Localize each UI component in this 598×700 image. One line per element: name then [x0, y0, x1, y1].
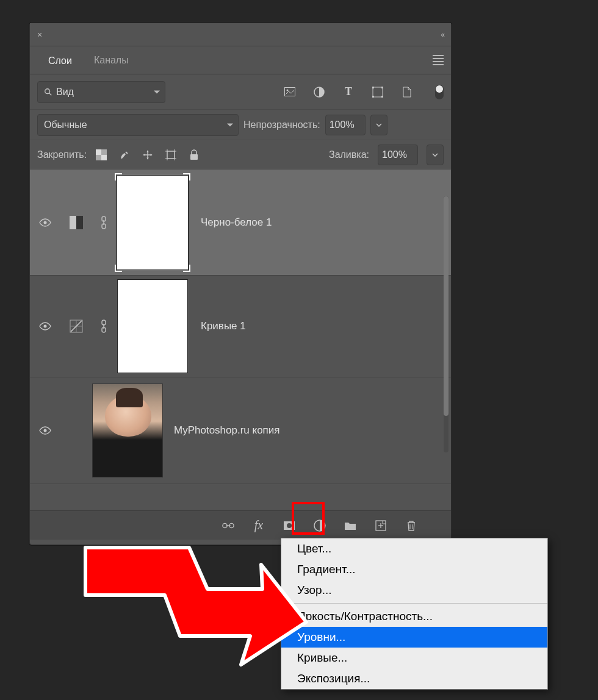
svg-point-23 [44, 325, 47, 328]
visibility-icon[interactable] [30, 322, 60, 330]
svg-line-1 [49, 93, 52, 95]
close-icon[interactable]: × [37, 30, 42, 40]
menu-item-levels[interactable]: Уровни... [281, 627, 547, 648]
mask-link-icon[interactable] [92, 320, 115, 333]
layer-row[interactable]: MyPhotoshop.ru копия [30, 377, 451, 484]
delete-layer-icon[interactable] [405, 520, 417, 532]
new-group-icon[interactable] [344, 520, 356, 532]
svg-rect-2 [285, 88, 295, 96]
svg-rect-8 [372, 96, 374, 98]
svg-rect-7 [381, 87, 383, 88]
filter-kind-select[interactable]: Вид [37, 81, 165, 103]
layer-mask-thumb[interactable] [115, 279, 190, 373]
layers-list: Черно-белое 1 Кривые 1 MyPhotoshop.ru ко… [30, 170, 451, 496]
add-mask-icon[interactable] [283, 520, 295, 532]
svg-point-35 [287, 523, 292, 528]
blend-row: Обычные Непрозрачность: 100% [30, 110, 451, 140]
menu-item-pattern[interactable]: Узор... [281, 580, 547, 601]
svg-rect-13 [167, 151, 175, 159]
menu-item-brightness[interactable]: Яркость/Контрастность... [281, 606, 547, 627]
svg-marker-42 [85, 548, 306, 665]
opacity-caret[interactable] [370, 115, 387, 135]
svg-rect-5 [373, 87, 383, 97]
svg-rect-6 [372, 87, 374, 88]
fill-caret[interactable] [427, 145, 444, 165]
layers-scrollbar[interactable] [444, 196, 448, 452]
opacity-input[interactable]: 100% [325, 115, 366, 135]
lock-artboard-icon[interactable] [165, 149, 177, 161]
svg-rect-9 [381, 96, 383, 98]
svg-point-30 [44, 429, 47, 432]
svg-point-3 [287, 90, 289, 91]
panel-titlebar: × ‹‹ [30, 23, 451, 46]
filter-toggle[interactable] [435, 85, 444, 99]
svg-rect-11 [96, 149, 101, 155]
new-layer-icon[interactable] [375, 520, 387, 532]
lock-label: Закрепить: [37, 149, 87, 160]
tab-layers[interactable]: Слои [37, 48, 83, 74]
layer-filter-row: Вид T [30, 74, 451, 110]
layers-panel: × ‹‹ Слои Каналы Вид T [29, 23, 452, 545]
annotation-arrow [79, 535, 311, 670]
layer-effects-icon[interactable]: fx [253, 520, 265, 532]
menu-divider [281, 603, 547, 604]
lock-position-icon[interactable] [142, 149, 154, 161]
lock-transparency-icon[interactable] [95, 149, 107, 161]
lock-all-icon[interactable] [188, 149, 200, 161]
visibility-icon[interactable] [30, 426, 60, 435]
adjustment-curves-icon [60, 320, 92, 333]
lock-paint-icon[interactable] [118, 149, 131, 161]
layer-name[interactable]: Черно-белое 1 [190, 216, 272, 229]
collapse-icon[interactable]: ‹‹ [441, 30, 444, 39]
blend-mode-select[interactable]: Обычные [37, 114, 239, 136]
adjustment-bw-icon [60, 216, 92, 229]
layer-mask-thumb[interactable] [115, 176, 190, 270]
svg-rect-12 [101, 155, 107, 160]
menu-item-color[interactable]: Цвет... [281, 538, 547, 559]
link-layers-icon[interactable] [222, 520, 234, 532]
opacity-label: Непрозрачность: [243, 120, 320, 130]
layer-name[interactable]: Кривые 1 [190, 320, 246, 332]
visibility-icon[interactable] [30, 218, 60, 227]
menu-item-gradient[interactable]: Градиент... [281, 559, 547, 580]
fill-input[interactable]: 100% [378, 145, 418, 165]
layer-row[interactable]: Черно-белое 1 [30, 170, 451, 276]
layer-thumbnail[interactable] [92, 384, 163, 477]
svg-point-19 [44, 221, 47, 224]
layer-row[interactable]: Кривые 1 [30, 276, 451, 377]
menu-item-curves[interactable]: Кривые... [281, 648, 547, 668]
svg-rect-18 [190, 154, 198, 160]
adjustment-layer-menu: Цвет... Градиент... Узор... Яркость/Конт… [281, 538, 548, 690]
panel-tabs: Слои Каналы [30, 46, 451, 74]
lock-row: Закрепить: Заливка: 100% [30, 140, 451, 170]
filter-smartobject-icon[interactable] [401, 86, 413, 98]
mask-link-icon[interactable] [92, 216, 115, 229]
fill-label: Заливка: [329, 149, 369, 160]
tab-channels[interactable]: Каналы [83, 48, 140, 73]
new-adjustment-layer-icon[interactable] [314, 520, 326, 532]
layer-name[interactable]: MyPhotoshop.ru копия [163, 424, 280, 437]
filter-pixel-icon[interactable] [284, 86, 296, 98]
filter-adjustment-icon[interactable] [313, 86, 325, 98]
layers-bottom-toolbar: fx [30, 510, 451, 540]
svg-point-0 [45, 88, 50, 93]
panel-menu-icon[interactable] [433, 55, 444, 65]
filter-type-icon[interactable]: T [342, 86, 355, 98]
search-icon [44, 88, 52, 96]
filter-shape-icon[interactable] [372, 86, 384, 98]
menu-item-exposure[interactable]: Экспозиция... [281, 668, 547, 689]
scrollbar-thumb[interactable] [444, 196, 448, 416]
